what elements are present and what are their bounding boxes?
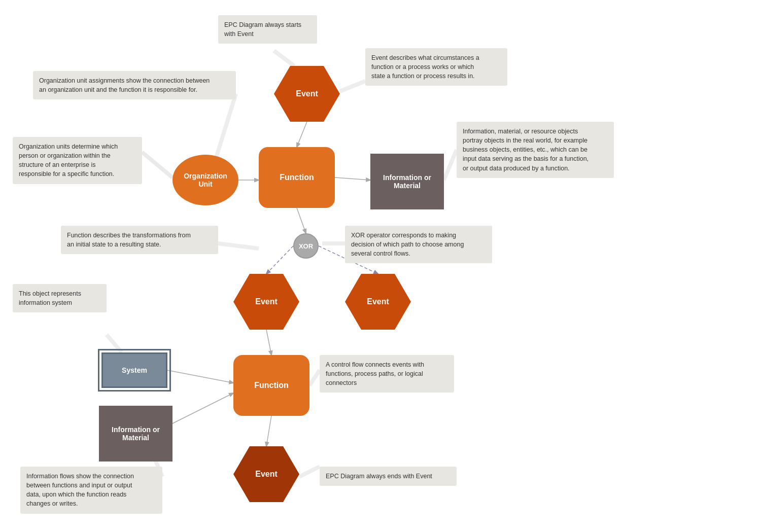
svg-line-20 — [340, 81, 365, 91]
event2-label: Event — [255, 297, 278, 306]
org-unit-shape: Organization Unit — [172, 155, 238, 205]
annotation-org-unit: Organization units determine which perso… — [13, 137, 142, 184]
svg-line-17 — [299, 467, 320, 477]
event4-label: Event — [255, 470, 278, 479]
function1-label: Function — [280, 173, 314, 182]
annotation-epc-ends: EPC Diagram always ends with Event — [320, 467, 457, 486]
svg-line-5 — [266, 416, 271, 446]
annotation-epc-starts: EPC Diagram always starts with Event — [218, 15, 317, 44]
svg-line-2 — [266, 246, 293, 274]
annotation-info-mat: Information, material, or resource objec… — [457, 122, 614, 178]
svg-line-10 — [142, 152, 172, 178]
svg-line-15 — [107, 335, 122, 352]
annotation-xor: XOR operator corresponds to making decis… — [345, 226, 492, 263]
event4-shape: Event — [233, 446, 299, 502]
org-unit-label: Organization Unit — [184, 172, 227, 188]
event1-shape: Event — [274, 66, 340, 122]
function1-shape: Function — [259, 147, 335, 208]
svg-line-7 — [335, 178, 370, 180]
annotation-system: This object represents information syste… — [13, 284, 107, 312]
xor-shape: XOR — [293, 233, 319, 259]
svg-line-13 — [218, 243, 259, 249]
info-mat1-shape: Information or Material — [370, 154, 444, 209]
event3-shape: Event — [345, 274, 411, 330]
annotation-info-flows: Information flows show the connection be… — [20, 467, 162, 514]
svg-line-9 — [172, 393, 233, 423]
annotation-function-desc: Function describes the transformations f… — [61, 226, 218, 254]
svg-line-8 — [167, 370, 233, 383]
info-mat2-shape: Information or Material — [99, 406, 172, 462]
system-label: System — [122, 366, 147, 374]
svg-line-1 — [297, 208, 306, 233]
function2-shape: Function — [233, 355, 309, 416]
annotation-org-connection: Organization unit assignments show the c… — [33, 71, 236, 99]
event3-label: Event — [367, 297, 389, 306]
event2-shape: Event — [233, 274, 299, 330]
info-mat2-label: Information or Material — [112, 425, 160, 442]
svg-line-19 — [274, 51, 294, 66]
annotation-control-flow: A control flow connects events with func… — [320, 355, 454, 393]
svg-line-16 — [309, 370, 320, 385]
xor-label: XOR — [299, 242, 313, 250]
function2-label: Function — [254, 381, 289, 390]
info-mat1-label: Information or Material — [383, 173, 431, 190]
system-shape: System — [101, 352, 167, 388]
svg-line-12 — [444, 150, 457, 180]
event1-label: Event — [296, 89, 318, 98]
annotation-event-desc: Event describes what circumstances a fun… — [365, 48, 507, 86]
svg-line-4 — [266, 330, 271, 355]
svg-line-0 — [297, 122, 307, 147]
